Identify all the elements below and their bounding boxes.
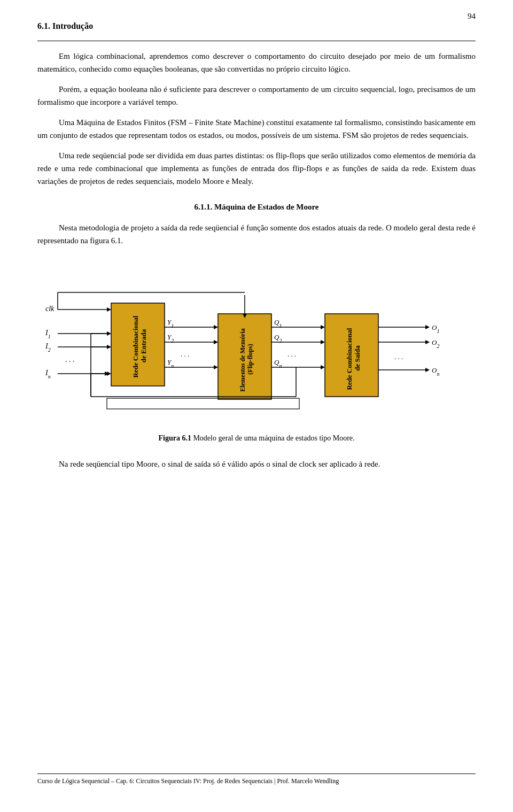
svg-marker-2 xyxy=(107,307,111,312)
svg-text:I2: I2 xyxy=(45,342,51,353)
figure-diagram: clk I1 I2 . . . In xyxy=(37,263,476,429)
figure-caption: Figura 6.1 Modelo geral de uma máquina d… xyxy=(158,434,354,443)
svg-rect-61 xyxy=(107,398,299,409)
section-divider xyxy=(37,41,476,41)
svg-marker-35 xyxy=(321,340,325,344)
figure-area: clk I1 I2 . . . In xyxy=(37,263,476,452)
svg-text:. . .: . . . xyxy=(394,353,403,361)
svg-text:I1: I1 xyxy=(45,329,51,339)
page: 94 6.1. Introdução Em lógica combinacion… xyxy=(0,0,513,812)
paragraph-4: Uma rede seqüencial pode ser dividida em… xyxy=(37,149,476,188)
svg-text:clk: clk xyxy=(45,305,55,313)
svg-text:. . .: . . . xyxy=(181,350,189,358)
svg-marker-23 xyxy=(214,365,218,369)
svg-marker-8 xyxy=(107,345,111,349)
section-title: 6.1. Introdução xyxy=(37,21,476,31)
paragraph-1: Em lógica combinacional, aprendemos como… xyxy=(37,50,476,75)
svg-marker-5 xyxy=(107,331,111,336)
footer-text: Curso de Lógica Sequencial – Cap. 6: Cir… xyxy=(37,777,339,785)
figure-caption-text: Modelo geral de uma máquina de estados t… xyxy=(191,434,355,442)
svg-text:O2: O2 xyxy=(432,338,439,349)
svg-text:On: On xyxy=(432,366,439,377)
footer: Curso de Lógica Sequencial – Cap. 6: Cir… xyxy=(37,774,476,785)
svg-marker-39 xyxy=(321,365,325,369)
paragraph-2: Porém, a equação booleana não é suficien… xyxy=(37,83,476,109)
svg-marker-32 xyxy=(321,325,325,329)
svg-marker-55 xyxy=(425,340,430,344)
svg-marker-19 xyxy=(214,340,218,344)
moore-machine-diagram: clk I1 I2 . . . In xyxy=(37,263,476,429)
svg-text:O1: O1 xyxy=(432,323,439,334)
paragraph-3: Uma Máquina de Estados Finitos (FSM – Fi… xyxy=(37,116,476,142)
svg-marker-52 xyxy=(425,325,430,329)
svg-text:. . .: . . . xyxy=(65,355,75,364)
subsection-title: 6.1.1. Máquina de Estados de Moore xyxy=(37,203,476,212)
page-number: 94 xyxy=(468,12,476,21)
svg-marker-59 xyxy=(425,368,430,372)
subsection-paragraph-2: Na rede seqüencial tipo Moore, o sinal d… xyxy=(37,458,476,470)
figure-caption-bold: Figura 6.1 xyxy=(158,434,191,442)
subsection-paragraph-1: Nesta metodologia de projeto a saída da … xyxy=(37,221,476,247)
svg-marker-16 xyxy=(214,325,218,329)
svg-text:. . .: . . . xyxy=(287,350,296,358)
svg-text:In: In xyxy=(45,369,51,380)
